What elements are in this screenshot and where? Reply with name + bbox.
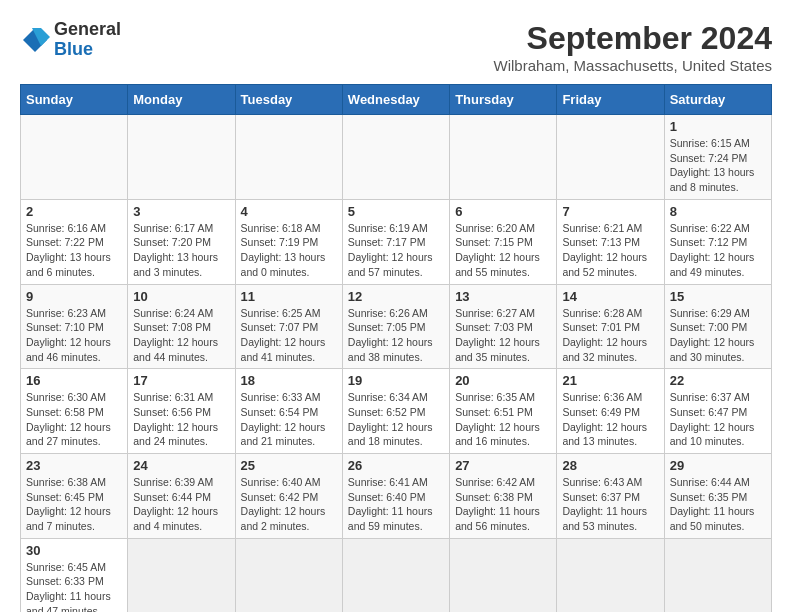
day-detail: Sunrise: 6:31 AMSunset: 6:56 PMDaylight:… bbox=[133, 390, 229, 449]
table-row: 4Sunrise: 6:18 AMSunset: 7:19 PMDaylight… bbox=[235, 199, 342, 284]
table-row: 9Sunrise: 6:23 AMSunset: 7:10 PMDaylight… bbox=[21, 284, 128, 369]
day-number: 26 bbox=[348, 458, 444, 473]
calendar-row: 16Sunrise: 6:30 AMSunset: 6:58 PMDayligh… bbox=[21, 369, 772, 454]
calendar-body: 1Sunrise: 6:15 AMSunset: 7:24 PMDaylight… bbox=[21, 115, 772, 613]
calendar-header: Sunday Monday Tuesday Wednesday Thursday… bbox=[21, 85, 772, 115]
day-detail: Sunrise: 6:39 AMSunset: 6:44 PMDaylight:… bbox=[133, 475, 229, 534]
table-row: 22Sunrise: 6:37 AMSunset: 6:47 PMDayligh… bbox=[664, 369, 771, 454]
table-row bbox=[235, 538, 342, 612]
day-number: 13 bbox=[455, 289, 551, 304]
day-detail: Sunrise: 6:41 AMSunset: 6:40 PMDaylight:… bbox=[348, 475, 444, 534]
day-number: 16 bbox=[26, 373, 122, 388]
table-row: 11Sunrise: 6:25 AMSunset: 7:07 PMDayligh… bbox=[235, 284, 342, 369]
day-detail: Sunrise: 6:28 AMSunset: 7:01 PMDaylight:… bbox=[562, 306, 658, 365]
location-title: Wilbraham, Massachusetts, United States bbox=[494, 57, 772, 74]
table-row: 5Sunrise: 6:19 AMSunset: 7:17 PMDaylight… bbox=[342, 199, 449, 284]
logo-icon bbox=[20, 25, 50, 55]
header-friday: Friday bbox=[557, 85, 664, 115]
table-row: 26Sunrise: 6:41 AMSunset: 6:40 PMDayligh… bbox=[342, 454, 449, 539]
calendar-row: 2Sunrise: 6:16 AMSunset: 7:22 PMDaylight… bbox=[21, 199, 772, 284]
header-wednesday: Wednesday bbox=[342, 85, 449, 115]
day-number: 3 bbox=[133, 204, 229, 219]
table-row bbox=[342, 115, 449, 200]
calendar-row: 1Sunrise: 6:15 AMSunset: 7:24 PMDaylight… bbox=[21, 115, 772, 200]
day-number: 14 bbox=[562, 289, 658, 304]
table-row bbox=[128, 115, 235, 200]
day-number: 4 bbox=[241, 204, 337, 219]
table-row: 2Sunrise: 6:16 AMSunset: 7:22 PMDaylight… bbox=[21, 199, 128, 284]
logo-line1: General bbox=[54, 20, 121, 40]
header: General Blue September 2024 Wilbraham, M… bbox=[20, 20, 772, 74]
table-row: 13Sunrise: 6:27 AMSunset: 7:03 PMDayligh… bbox=[450, 284, 557, 369]
day-number: 24 bbox=[133, 458, 229, 473]
table-row: 24Sunrise: 6:39 AMSunset: 6:44 PMDayligh… bbox=[128, 454, 235, 539]
table-row bbox=[128, 538, 235, 612]
day-number: 8 bbox=[670, 204, 766, 219]
day-number: 2 bbox=[26, 204, 122, 219]
day-number: 29 bbox=[670, 458, 766, 473]
table-row: 19Sunrise: 6:34 AMSunset: 6:52 PMDayligh… bbox=[342, 369, 449, 454]
day-number: 5 bbox=[348, 204, 444, 219]
day-detail: Sunrise: 6:16 AMSunset: 7:22 PMDaylight:… bbox=[26, 221, 122, 280]
day-detail: Sunrise: 6:43 AMSunset: 6:37 PMDaylight:… bbox=[562, 475, 658, 534]
calendar-table: Sunday Monday Tuesday Wednesday Thursday… bbox=[20, 84, 772, 612]
logo: General Blue bbox=[20, 20, 121, 60]
day-detail: Sunrise: 6:35 AMSunset: 6:51 PMDaylight:… bbox=[455, 390, 551, 449]
header-tuesday: Tuesday bbox=[235, 85, 342, 115]
day-number: 27 bbox=[455, 458, 551, 473]
day-number: 20 bbox=[455, 373, 551, 388]
table-row: 12Sunrise: 6:26 AMSunset: 7:05 PMDayligh… bbox=[342, 284, 449, 369]
day-number: 22 bbox=[670, 373, 766, 388]
day-detail: Sunrise: 6:19 AMSunset: 7:17 PMDaylight:… bbox=[348, 221, 444, 280]
table-row bbox=[342, 538, 449, 612]
day-detail: Sunrise: 6:42 AMSunset: 6:38 PMDaylight:… bbox=[455, 475, 551, 534]
logo-line2: Blue bbox=[54, 40, 121, 60]
day-detail: Sunrise: 6:17 AMSunset: 7:20 PMDaylight:… bbox=[133, 221, 229, 280]
day-detail: Sunrise: 6:33 AMSunset: 6:54 PMDaylight:… bbox=[241, 390, 337, 449]
day-number: 25 bbox=[241, 458, 337, 473]
day-number: 7 bbox=[562, 204, 658, 219]
header-monday: Monday bbox=[128, 85, 235, 115]
day-number: 6 bbox=[455, 204, 551, 219]
day-number: 10 bbox=[133, 289, 229, 304]
day-number: 11 bbox=[241, 289, 337, 304]
day-detail: Sunrise: 6:15 AMSunset: 7:24 PMDaylight:… bbox=[670, 136, 766, 195]
day-number: 18 bbox=[241, 373, 337, 388]
table-row: 7Sunrise: 6:21 AMSunset: 7:13 PMDaylight… bbox=[557, 199, 664, 284]
table-row bbox=[557, 538, 664, 612]
table-row: 23Sunrise: 6:38 AMSunset: 6:45 PMDayligh… bbox=[21, 454, 128, 539]
day-number: 9 bbox=[26, 289, 122, 304]
calendar-row: 30Sunrise: 6:45 AMSunset: 6:33 PMDayligh… bbox=[21, 538, 772, 612]
day-number: 1 bbox=[670, 119, 766, 134]
header-thursday: Thursday bbox=[450, 85, 557, 115]
day-number: 19 bbox=[348, 373, 444, 388]
day-number: 23 bbox=[26, 458, 122, 473]
day-detail: Sunrise: 6:21 AMSunset: 7:13 PMDaylight:… bbox=[562, 221, 658, 280]
header-sunday: Sunday bbox=[21, 85, 128, 115]
day-detail: Sunrise: 6:34 AMSunset: 6:52 PMDaylight:… bbox=[348, 390, 444, 449]
table-row: 6Sunrise: 6:20 AMSunset: 7:15 PMDaylight… bbox=[450, 199, 557, 284]
day-number: 30 bbox=[26, 543, 122, 558]
day-detail: Sunrise: 6:26 AMSunset: 7:05 PMDaylight:… bbox=[348, 306, 444, 365]
day-detail: Sunrise: 6:27 AMSunset: 7:03 PMDaylight:… bbox=[455, 306, 551, 365]
table-row bbox=[450, 115, 557, 200]
day-detail: Sunrise: 6:20 AMSunset: 7:15 PMDaylight:… bbox=[455, 221, 551, 280]
day-number: 15 bbox=[670, 289, 766, 304]
table-row: 18Sunrise: 6:33 AMSunset: 6:54 PMDayligh… bbox=[235, 369, 342, 454]
day-detail: Sunrise: 6:44 AMSunset: 6:35 PMDaylight:… bbox=[670, 475, 766, 534]
day-detail: Sunrise: 6:25 AMSunset: 7:07 PMDaylight:… bbox=[241, 306, 337, 365]
day-number: 12 bbox=[348, 289, 444, 304]
table-row: 17Sunrise: 6:31 AMSunset: 6:56 PMDayligh… bbox=[128, 369, 235, 454]
day-number: 17 bbox=[133, 373, 229, 388]
table-row: 29Sunrise: 6:44 AMSunset: 6:35 PMDayligh… bbox=[664, 454, 771, 539]
table-row: 27Sunrise: 6:42 AMSunset: 6:38 PMDayligh… bbox=[450, 454, 557, 539]
table-row: 10Sunrise: 6:24 AMSunset: 7:08 PMDayligh… bbox=[128, 284, 235, 369]
day-number: 28 bbox=[562, 458, 658, 473]
day-detail: Sunrise: 6:29 AMSunset: 7:00 PMDaylight:… bbox=[670, 306, 766, 365]
calendar-row: 23Sunrise: 6:38 AMSunset: 6:45 PMDayligh… bbox=[21, 454, 772, 539]
table-row bbox=[21, 115, 128, 200]
day-detail: Sunrise: 6:24 AMSunset: 7:08 PMDaylight:… bbox=[133, 306, 229, 365]
weekday-header-row: Sunday Monday Tuesday Wednesday Thursday… bbox=[21, 85, 772, 115]
table-row bbox=[557, 115, 664, 200]
table-row bbox=[235, 115, 342, 200]
